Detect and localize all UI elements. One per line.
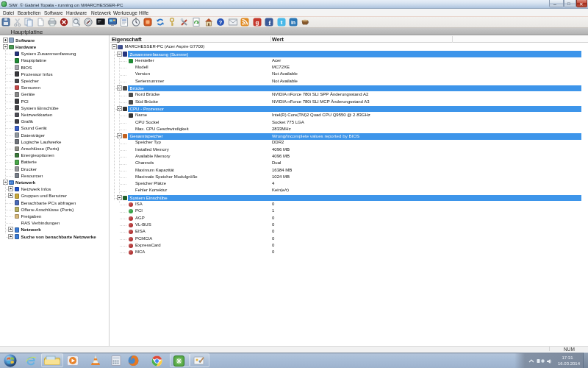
svg-text:in: in: [291, 20, 295, 25]
svg-text:?: ?: [219, 19, 223, 26]
svg-text:t: t: [280, 19, 282, 26]
svg-text:g: g: [255, 19, 259, 26]
